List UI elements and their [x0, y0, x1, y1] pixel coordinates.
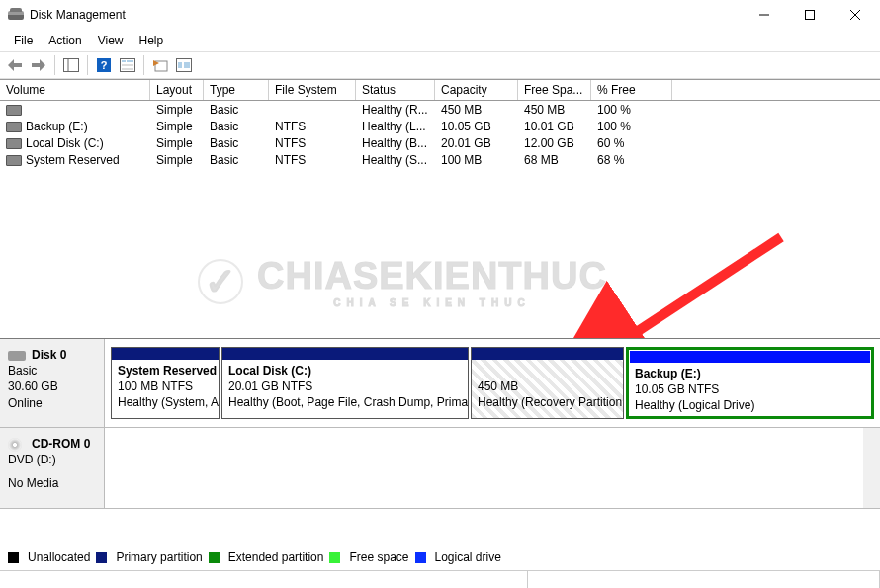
disk-graphic-area: Disk 0 Basic 30.60 GB Online System Rese…: [0, 338, 880, 509]
partition-header: [630, 351, 870, 363]
cell-capacity: 100 MB: [435, 153, 518, 167]
properties-icon[interactable]: [117, 54, 138, 76]
col-free[interactable]: Free Spa...: [518, 80, 591, 100]
col-type[interactable]: Type: [204, 80, 269, 100]
svg-rect-16: [184, 62, 190, 68]
partition-recovery[interactable]: 450 MB Healthy (Recovery Partition: [471, 347, 624, 419]
cell-type: Basic: [204, 120, 269, 133]
svg-rect-15: [178, 62, 182, 68]
cell-layout: Simple: [150, 153, 204, 167]
cell-layout: Simple: [150, 103, 204, 117]
maximize-button[interactable]: [787, 0, 833, 30]
col-capacity[interactable]: Capacity: [435, 80, 518, 100]
legend-unallocated: Unallocated: [28, 550, 90, 564]
cell-fs: NTFS: [269, 136, 356, 150]
table-row[interactable]: Backup (E:) Simple Basic NTFS Healthy (L…: [0, 118, 880, 134]
legend-logical: Logical drive: [435, 550, 501, 564]
cell-status: Healthy (R...: [356, 103, 435, 117]
cdrom-row[interactable]: CD-ROM 0 DVD (D:) No Media: [0, 428, 880, 509]
cdrom-icon: [8, 438, 28, 452]
cdrom-drive-letter: DVD (D:): [8, 452, 96, 467]
cell-fs: NTFS: [269, 153, 356, 167]
volume-icon: [6, 138, 22, 148]
col-filesystem[interactable]: File System: [269, 80, 356, 100]
table-row[interactable]: Simple Basic Healthy (R... 450 MB 450 MB…: [0, 101, 880, 118]
swatch-primary: [96, 552, 107, 563]
menu-view[interactable]: View: [90, 32, 132, 49]
col-volume[interactable]: Volume: [0, 80, 150, 100]
close-button[interactable]: [833, 0, 878, 30]
svg-rect-1: [806, 10, 815, 19]
col-spacer: [672, 80, 880, 100]
status-segment: [0, 571, 528, 588]
cell-layout: Simple: [150, 120, 204, 133]
cdrom-name: CD-ROM 0: [32, 437, 90, 451]
partition-status: Healthy (Recovery Partition: [478, 394, 617, 410]
volume-list[interactable]: Volume Layout Type File System Status Ca…: [0, 79, 880, 168]
list-header: Volume Layout Type File System Status Ca…: [0, 79, 880, 101]
cell-layout: Simple: [150, 136, 204, 150]
partition-name: System Reserved: [118, 363, 213, 378]
window-controls: [742, 0, 878, 30]
disk-info[interactable]: Disk 0 Basic 30.60 GB Online: [0, 339, 105, 427]
partition-local-disk-c[interactable]: Local Disk (C:) 20.01 GB NTFS Healthy (B…: [221, 347, 469, 419]
cell-capacity: 10.05 GB: [435, 120, 518, 133]
minimize-button[interactable]: [742, 0, 787, 30]
volume-icon: [6, 155, 22, 165]
forward-button[interactable]: [28, 54, 49, 76]
partition-container: System Reserved 100 MB NTFS Healthy (Sys…: [105, 339, 880, 427]
table-row[interactable]: Local Disk (C:) Simple Basic NTFS Health…: [0, 134, 880, 151]
cdrom-empty-area: [105, 428, 880, 508]
menu-action[interactable]: Action: [41, 32, 89, 49]
disk-icon: [8, 349, 28, 363]
partition-size: 450 MB: [478, 378, 617, 394]
cell-pct: 68 %: [591, 153, 672, 167]
swatch-free: [329, 552, 340, 563]
disk-row[interactable]: Disk 0 Basic 30.60 GB Online System Rese…: [0, 339, 880, 428]
col-layout[interactable]: Layout: [150, 80, 204, 100]
partition-system-reserved[interactable]: System Reserved 100 MB NTFS Healthy (Sys…: [111, 347, 220, 419]
legend: Unallocated Primary partition Extended p…: [4, 546, 876, 568]
partition-size: 10.05 GB NTFS: [635, 381, 865, 397]
refresh-icon[interactable]: [149, 54, 171, 76]
help-icon[interactable]: ?: [93, 54, 115, 76]
legend-free: Free space: [349, 550, 408, 564]
volume-name: System Reserved: [26, 153, 120, 167]
menu-bar: File Action View Help: [0, 30, 880, 51]
vertical-scrollbar[interactable]: [863, 428, 880, 508]
toolbar-separator: [87, 55, 88, 75]
swatch-logical: [415, 552, 426, 563]
back-button[interactable]: [4, 54, 26, 76]
cell-capacity: 450 MB: [435, 103, 518, 117]
table-row[interactable]: System Reserved Simple Basic NTFS Health…: [0, 151, 880, 168]
partition-size: 20.01 GB NTFS: [228, 378, 462, 394]
partition-header: [222, 348, 468, 360]
disk-name: Disk 0: [32, 348, 66, 362]
disk-size: 30.60 GB: [8, 378, 96, 394]
cell-pct: 100 %: [591, 120, 672, 133]
status-segment: [528, 571, 880, 588]
show-hide-console-tree-icon[interactable]: [60, 54, 82, 76]
cell-free: 450 MB: [518, 103, 591, 117]
menu-help[interactable]: Help: [132, 32, 172, 49]
volume-icon: [6, 122, 22, 131]
cdrom-info[interactable]: CD-ROM 0 DVD (D:) No Media: [0, 428, 105, 508]
volume-icon: [6, 105, 22, 115]
partition-status: Healthy (Boot, Page File, Crash Dump, Pr…: [228, 394, 462, 410]
svg-line-17: [623, 237, 781, 341]
status-bar: [0, 570, 880, 588]
cell-pct: 100 %: [591, 103, 672, 117]
menu-file[interactable]: File: [6, 32, 41, 49]
disk-state: Online: [8, 395, 96, 411]
col-pct-free[interactable]: % Free: [591, 80, 672, 100]
legend-primary: Primary partition: [116, 550, 202, 564]
volume-name: Local Disk (C:): [26, 136, 104, 150]
settings-icon[interactable]: [173, 54, 195, 76]
partition-status: Healthy (Logical Drive): [635, 397, 865, 413]
col-status[interactable]: Status: [356, 80, 435, 100]
partition-size: 100 MB NTFS: [118, 378, 213, 394]
cell-status: Healthy (L...: [356, 120, 435, 133]
cell-free: 68 MB: [518, 153, 591, 167]
partition-backup-e[interactable]: Backup (E:) 10.05 GB NTFS Healthy (Logic…: [626, 347, 874, 419]
cell-free: 12.00 GB: [518, 136, 591, 150]
